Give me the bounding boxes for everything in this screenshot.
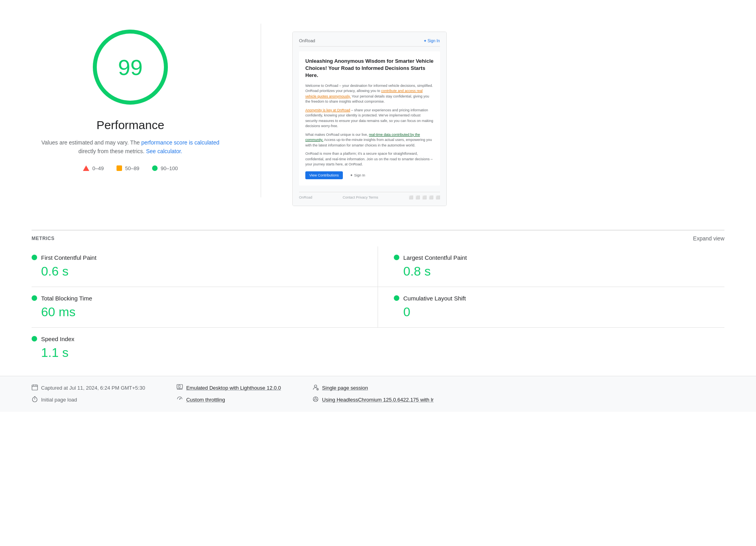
- screenshot-main-content: Unleashing Anonymous Wisdom for Smarter …: [299, 51, 440, 186]
- cls-status-dot: [394, 295, 399, 301]
- tbt-value: 60 ms: [32, 305, 362, 319]
- performance-description: Values are estimated and may vary. The p…: [41, 138, 220, 156]
- single-page-session-link[interactable]: Single page session: [322, 385, 368, 391]
- svg-line-23: [314, 400, 315, 400]
- site-para1: Welcome to OnRoad – your destination for…: [305, 83, 434, 105]
- fcp-value: 0.6 s: [32, 264, 362, 279]
- footer-headless-chromium: Using HeadlessChromium 125.0.6422.175 wi…: [312, 396, 434, 404]
- cta-button: View Contributions: [305, 171, 343, 179]
- fail-icon: [83, 165, 89, 171]
- footer-col-3: Single page session Using HeadlessChromi…: [312, 384, 434, 404]
- footer-custom-throttling: Custom throttling: [177, 396, 281, 404]
- metric-si: Speed Index 1.1 s: [32, 328, 378, 368]
- para3-prefix: What makes OnRoad unique is our live,: [305, 133, 368, 137]
- footer-captured-at: Captured at Jul 11, 2024, 6:24 PM GMT+5:…: [32, 384, 145, 392]
- footer-icon-5: ⬜: [436, 195, 440, 199]
- custom-throttling-link[interactable]: Custom throttling: [186, 397, 225, 403]
- footer-links: Contact Privacy Terms: [343, 195, 378, 199]
- metrics-grid: First Contentful Paint 0.6 s Largest Con…: [32, 246, 724, 368]
- cta-secondary: ✦ Sign In: [350, 173, 365, 177]
- metrics-section: METRICS Expand view First Contentful Pai…: [32, 230, 724, 368]
- metrics-header: METRICS Expand view: [32, 231, 724, 246]
- footer-col-1: Captured at Jul 11, 2024, 6:24 PM GMT+5:…: [32, 384, 145, 404]
- chromium-icon: [312, 396, 319, 404]
- fail-range: 0–49: [92, 165, 104, 171]
- footer-logo: OnRoad: [299, 195, 312, 199]
- metric-cls: Cumulative Layout Shift 0: [378, 287, 724, 328]
- svg-line-22: [317, 400, 318, 400]
- metric-tbt: Total Blocking Time 60 ms: [32, 287, 378, 328]
- footer-col-2: Emulated Desktop with Lighthouse 12.0.0 …: [177, 384, 281, 404]
- lcp-status-dot: [394, 255, 399, 260]
- desktop-icon: [177, 384, 183, 392]
- footer-icon-2: ⬜: [416, 195, 420, 199]
- screenshot-footer: OnRoad Contact Privacy Terms ⬜ ⬜ ⬜ ⬜ ⬜: [299, 192, 440, 199]
- metric-fcp: First Contentful Paint 0.6 s: [32, 246, 378, 287]
- footer-emulated-desktop: Emulated Desktop with Lighthouse 12.0.0: [177, 384, 281, 392]
- left-panel: 99 Performance Values are estimated and …: [32, 24, 229, 171]
- lcp-name: Largest Contentful Paint: [403, 254, 467, 261]
- footer-page-load: Initial page load: [32, 396, 145, 404]
- score-circle: 99: [87, 24, 174, 111]
- legend-item-pass: 90–100: [152, 165, 178, 171]
- cls-name: Cumulative Layout Shift: [403, 295, 466, 302]
- screenshot-header: OnRoad ✦ Sign In: [299, 38, 440, 47]
- vertical-divider: [261, 24, 261, 197]
- footer-icons: ⬜ ⬜ ⬜ ⬜ ⬜: [409, 195, 440, 199]
- site-para4: OnRoad is more than a platform; it's a s…: [305, 151, 434, 167]
- footer-bar: Captured at Jul 11, 2024, 6:24 PM GMT+5:…: [0, 376, 756, 412]
- lcp-value: 0.8 s: [394, 264, 724, 279]
- pass-icon: [152, 165, 158, 171]
- throttling-icon: [177, 396, 183, 404]
- tbt-status-dot: [32, 295, 37, 301]
- score-calculator-link[interactable]: performance score is calculated: [141, 139, 220, 146]
- site-para2: Anonymity is key at OnRoad – share your …: [305, 108, 434, 129]
- score-value: 99: [118, 54, 143, 80]
- site-headline: Unleashing Anonymous Wisdom for Smarter …: [305, 58, 434, 79]
- timer-icon: [32, 396, 38, 404]
- metric-empty: [378, 328, 724, 368]
- screenshot-panel: OnRoad ✦ Sign In Unleashing Anonymous Wi…: [292, 32, 447, 206]
- para3-rest: Access up-to-the-minute insights from ac…: [305, 138, 432, 147]
- legend-item-fail: 0–49: [83, 165, 104, 171]
- description-text: Values are estimated and may vary. The: [41, 139, 140, 146]
- metric-lcp: Largest Contentful Paint 0.8 s: [378, 246, 724, 287]
- cls-value: 0: [394, 305, 724, 319]
- si-status-dot: [32, 336, 37, 341]
- headless-chromium-link[interactable]: Using HeadlessChromium 125.0.6422.175 wi…: [322, 397, 434, 403]
- average-icon: [117, 165, 122, 171]
- user-icon: [312, 384, 319, 392]
- svg-point-14: [179, 398, 180, 399]
- fcp-name: First Contentful Paint: [41, 254, 96, 261]
- performance-title: Performance: [96, 118, 164, 132]
- footer-icon-3: ⬜: [422, 195, 427, 199]
- page-load-text: Initial page load: [41, 397, 77, 403]
- si-name: Speed Index: [41, 336, 74, 342]
- footer-icon-4: ⬜: [429, 195, 433, 199]
- metrics-label: METRICS: [32, 236, 55, 241]
- svg-point-20: [315, 398, 317, 400]
- captured-at-text: Captured at Jul 11, 2024, 6:24 PM GMT+5:…: [41, 385, 145, 391]
- average-range: 50–89: [125, 165, 139, 171]
- pass-range: 90–100: [161, 165, 178, 171]
- site-para3: What makes OnRoad unique is our live, re…: [305, 132, 434, 148]
- calendar-icon: [32, 384, 38, 392]
- svg-point-15: [314, 385, 317, 387]
- legend-item-average: 50–89: [117, 165, 139, 171]
- tbt-name: Total Blocking Time: [41, 295, 92, 302]
- para2-highlight: Anonymity is key at OnRoad: [305, 108, 350, 112]
- fcp-status-dot: [32, 255, 37, 260]
- footer-single-page: Single page session: [312, 384, 434, 392]
- screenshot-signin: ✦ Sign In: [423, 39, 440, 43]
- svg-rect-10: [179, 385, 180, 387]
- see-calculator-link[interactable]: See calculator.: [146, 148, 182, 154]
- footer-icon-1: ⬜: [409, 195, 413, 199]
- svg-rect-2: [32, 385, 38, 390]
- score-legend: 0–49 50–89 90–100: [83, 165, 178, 171]
- emulated-desktop-link[interactable]: Emulated Desktop with Lighthouse 12.0.0: [186, 385, 281, 391]
- site-logo: OnRoad: [299, 38, 315, 43]
- expand-view-button[interactable]: Expand view: [693, 235, 724, 242]
- si-value: 1.1 s: [32, 345, 362, 360]
